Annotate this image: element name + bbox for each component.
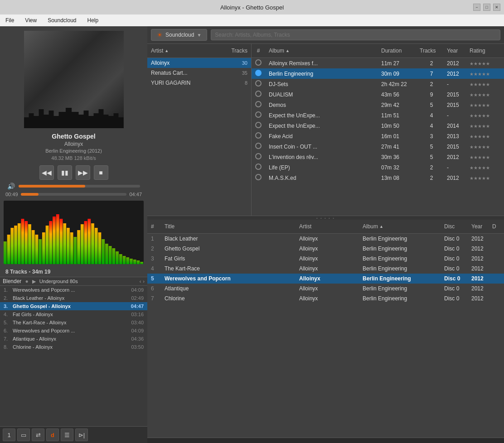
track-row[interactable]: 6 Atlantique Alloinyx Berlin Engineering… <box>147 284 504 294</box>
album-rating: ★★★★★ <box>468 123 504 129</box>
track-year-cell: 2012 <box>468 246 490 252</box>
window-button[interactable]: ▭ <box>17 429 30 441</box>
repeat-button[interactable]: 1 <box>3 429 15 441</box>
playlist-item[interactable]: 8.Chlorine - Alloinyx03:50 <box>0 343 147 351</box>
album-rating: ★★★★★ <box>468 91 504 98</box>
volume-fill <box>19 185 85 188</box>
album-row[interactable]: Alloinyx Remixes f... 11m 27 2 2012 ★★★★… <box>252 58 504 68</box>
shuffle-button[interactable]: ⇄ <box>32 429 44 441</box>
album-rating: ★★★★★ <box>468 154 504 160</box>
search-input[interactable] <box>211 29 500 40</box>
skip-end-button[interactable]: ⊳| <box>75 429 88 441</box>
volume-row: 🔊 <box>0 182 147 191</box>
tables-area: Artist ▲ Tracks Alloinyx30Renatus Cart..… <box>147 44 504 216</box>
album-tracks: 2 <box>418 60 445 67</box>
menubar: FileViewSoundcloudHelp <box>0 14 504 26</box>
progress-fill <box>21 193 39 196</box>
pl-title: Chlorine - Alloinyx <box>13 344 129 350</box>
album-row[interactable]: Insert Coin - OUT ... 27m 41 5 2015 ★★★★… <box>252 141 504 152</box>
album-name: Life (EP) <box>265 164 379 171</box>
stop-button[interactable]: ■ <box>94 165 108 180</box>
album-row[interactable]: L'invention des rêv... 30m 36 5 2012 ★★★… <box>252 152 504 162</box>
pl-title: The Kart-Race - Alloinyx <box>13 320 129 325</box>
album-year: 2015 <box>445 91 468 98</box>
album-row[interactable]: Expect the UnExpe... 11m 51 4 - ★★★★★ <box>252 110 504 120</box>
album-icon <box>252 80 265 88</box>
track-row[interactable]: 2 Ghetto Gospel Alloinyx Berlin Engineer… <box>147 244 504 254</box>
album-name: Demos <box>265 102 379 108</box>
next-button[interactable]: ▶▶ <box>76 165 90 180</box>
progress-bar[interactable] <box>21 193 127 196</box>
menu-item-help[interactable]: Help <box>86 16 101 24</box>
album-icon <box>252 143 265 150</box>
album-name: Insert Coin - OUT ... <box>265 144 379 150</box>
horizontal-scrollbar[interactable] <box>147 438 504 443</box>
menu-item-soundcloud[interactable]: Soundcloud <box>46 16 78 24</box>
playlist-item[interactable]: 2.Black Leather - Alloinyx02:49 <box>0 294 147 302</box>
album-tracks: 7 <box>418 71 445 77</box>
artist-row[interactable]: Renatus Cart...35 <box>147 68 251 78</box>
minimize-button[interactable]: − <box>473 4 480 11</box>
pause-button[interactable]: ▮▮ <box>58 165 72 180</box>
album-name-header[interactable]: Album ▲ <box>265 46 379 56</box>
album-row[interactable]: M.A.S.K.ed 13m 08 2 2012 ★★★★★ <box>252 173 504 183</box>
queue-prev-icon[interactable]: ‹ <box>140 279 141 284</box>
prev-button[interactable]: ◀◀ <box>39 165 54 180</box>
soundcloud-button[interactable]: ☀ Soundcloud ▼ <box>151 29 207 41</box>
track-info: Ghetto Gospel Alloinyx Berlin Engineerin… <box>0 131 147 163</box>
track-row[interactable]: 3 Fat Girls Alloinyx Berlin Engineering … <box>147 254 504 264</box>
track-artist-cell: Alloinyx <box>296 265 359 272</box>
scrobble-button[interactable]: d <box>46 429 59 441</box>
resize-divider[interactable]: • • • • • <box>147 216 504 220</box>
playlist-item[interactable]: 6.Werewolves and Popcorn ...04:09 <box>0 327 147 335</box>
playlist-item[interactable]: 5.The Kart-Race - Alloinyx03:40 <box>0 318 147 327</box>
album-art <box>24 31 124 128</box>
album-duration: 11m 27 <box>379 60 418 67</box>
track-row[interactable]: 5 Werewolves and Popcorn Alloinyx Berlin… <box>147 274 504 284</box>
playlist-item[interactable]: 1.Werewolves and Popcorn ...04:09 <box>0 286 147 294</box>
track-row[interactable]: 4 The Kart-Race Alloinyx Berlin Engineer… <box>147 264 504 274</box>
queue-next-icon[interactable]: › <box>143 279 145 284</box>
album-row[interactable]: Berlin Engineering 30m 09 7 2012 ★★★★★ <box>252 68 504 79</box>
track-artist-header[interactable]: Artist <box>296 222 359 231</box>
tracks-col-header[interactable]: Tracks <box>228 46 251 56</box>
menu-item-file[interactable]: File <box>4 16 16 24</box>
album-icon <box>252 91 265 98</box>
album-tracks: 4 <box>418 112 445 119</box>
track-album-header[interactable]: Album ▲ <box>359 222 441 231</box>
volume-bar[interactable] <box>19 185 140 188</box>
album-row[interactable]: DJ-Sets 2h 42m 22 2 - ★★★★★ <box>252 79 504 89</box>
track-row[interactable]: 1 Black Leather Alloinyx Berlin Engineer… <box>147 234 504 244</box>
album-rating: ★★★★★ <box>468 81 504 87</box>
track-album-cell: Berlin Engineering <box>359 265 441 272</box>
album-row[interactable]: Expect the UnExpe... 10m 50 4 2014 ★★★★★ <box>252 120 504 131</box>
artist-row[interactable]: Alloinyx30 <box>147 58 251 68</box>
artist-col-header[interactable]: Artist ▲ <box>147 46 172 56</box>
playlist-item[interactable]: 7.Atlantique - Alloinyx04:36 <box>0 335 147 343</box>
track-year-cell: 2012 <box>468 236 490 242</box>
queue-play-icon[interactable]: ▶ <box>32 279 36 284</box>
album-tracks-header[interactable]: Tracks <box>418 46 445 56</box>
track-year-cell: 2012 <box>468 255 490 262</box>
queue-list-button[interactable]: ☰ <box>61 429 73 441</box>
album-row[interactable]: Life (EP) 07m 32 2 - ★★★★★ <box>252 162 504 173</box>
track-title-cell: Atlantique <box>161 285 296 292</box>
track-year-cell: 2012 <box>468 285 490 292</box>
close-button[interactable]: ✕ <box>493 4 500 11</box>
track-row[interactable]: 7 Chlorine Alloinyx Berlin Engineering D… <box>147 294 504 303</box>
album-row[interactable]: DUALISM 43m 56 9 2015 ★★★★★ <box>252 89 504 100</box>
album-year-header[interactable]: Year <box>445 46 468 56</box>
artist-row[interactable]: YURI GAGARIN8 <box>147 78 251 88</box>
album-row[interactable]: Demos 29m 42 5 2015 ★★★★★ <box>252 100 504 110</box>
album-duration: 27m 41 <box>379 144 418 150</box>
restore-button[interactable]: □ <box>483 4 490 11</box>
track-disc-header[interactable]: Disc <box>441 222 468 231</box>
playlist-item[interactable]: 3.Ghetto Gospel - Alloinyx04:47 <box>0 302 147 310</box>
menu-item-view[interactable]: View <box>23 16 39 24</box>
playlist-item[interactable]: 4.Fat Girls - Alloinyx03:16 <box>0 310 147 318</box>
track-title-header[interactable]: Title <box>161 222 296 231</box>
album-tracks: 2 <box>418 164 445 171</box>
album-duration-header[interactable]: Duration <box>379 46 418 56</box>
track-year-header[interactable]: Year <box>468 222 490 231</box>
album-row[interactable]: Fake Acid 16m 01 3 2013 ★★★★★ <box>252 131 504 141</box>
